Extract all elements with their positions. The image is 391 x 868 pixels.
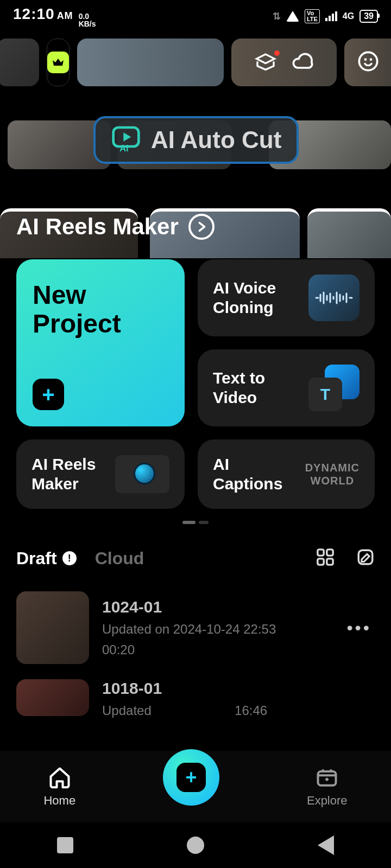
arrow-right-icon	[188, 214, 215, 240]
draft-item[interactable]: 1018-01 Updated 16:46	[16, 672, 375, 726]
card-label: AI Captions	[213, 455, 282, 494]
draft-title: 1024-01	[102, 598, 333, 616]
updown-icon: ⇅	[273, 10, 281, 22]
plus-icon: +	[176, 763, 206, 792]
ai-voice-cloning-card[interactable]: AI Voice Cloning	[198, 259, 375, 336]
cards-grid: New Project + AI Voice Cloning Text to V…	[0, 258, 391, 509]
svg-rect-5	[318, 550, 324, 556]
svg-text:AI: AI	[119, 143, 128, 153]
svg-point-2	[370, 58, 373, 61]
recents-icon[interactable]	[57, 837, 73, 853]
tab-draft[interactable]: Draft !	[16, 548, 77, 569]
wifi-icon	[286, 11, 299, 22]
draft-thumb	[16, 591, 89, 664]
reels-thumb[interactable]	[307, 208, 391, 258]
grid-view-icon[interactable]	[316, 548, 335, 569]
new-project-label: New Project	[33, 281, 121, 339]
reels-title: AI Reels Maker	[16, 214, 179, 240]
svg-rect-7	[318, 559, 324, 565]
tab-cloud[interactable]: Cloud	[95, 548, 144, 569]
template-thumb[interactable]	[77, 39, 224, 86]
nav-create-fab[interactable]: +	[163, 749, 219, 806]
edit-icon[interactable]	[356, 548, 375, 569]
ai-reels-maker-card[interactable]: AI Reels Maker	[16, 439, 185, 509]
network-type: 4G	[343, 11, 354, 21]
reels-header-row: AI Reels Maker	[0, 208, 391, 258]
back-icon[interactable]	[318, 835, 334, 855]
svg-rect-6	[327, 550, 333, 556]
card-label: Text to Video	[213, 368, 265, 407]
status-netspeed: 0.0KB/s	[79, 12, 96, 28]
ai-captions-card[interactable]: AI Captions DYNAMICWORLD	[198, 439, 375, 509]
battery-icon: 39	[360, 10, 378, 23]
volte-icon: Vo LTE	[305, 9, 320, 23]
projects-tabs-row: Draft ! Cloud	[0, 524, 391, 569]
template-strip[interactable]	[0, 33, 391, 87]
svg-point-0	[359, 52, 377, 70]
nav-explore[interactable]: Explore	[307, 765, 348, 808]
draft-item[interactable]: 1024-01 Updated on 2024-10-24 22:53 00:2…	[16, 584, 375, 672]
feature-pill-title: AI Auto Cut	[151, 126, 281, 154]
new-project-card[interactable]: New Project +	[16, 259, 185, 426]
bottom-nav: Home + Explore	[0, 751, 391, 822]
alert-icon: !	[62, 551, 77, 565]
home-icon	[48, 765, 72, 789]
courses-icon[interactable]	[255, 52, 276, 73]
home-button-icon[interactable]	[187, 837, 204, 854]
nav-label: Home	[43, 794, 75, 808]
crown-icon	[47, 52, 69, 73]
captions-thumb-icon: DYNAMICWORLD	[305, 461, 360, 487]
dot-icon	[199, 521, 209, 524]
status-time: 12:10AM	[13, 5, 73, 23]
nav-home[interactable]: Home	[43, 765, 75, 808]
template-thumb[interactable]	[344, 39, 391, 86]
template-thumb-actions[interactable]	[231, 39, 337, 86]
tab-label: Draft	[16, 548, 57, 569]
cloud-icon[interactable]	[292, 52, 313, 73]
signal-icon	[325, 11, 337, 21]
reels-thumb-icon	[115, 455, 169, 493]
nav-label: Explore	[307, 794, 348, 808]
ai-auto-cut-pill[interactable]: AI AI Auto Cut	[93, 116, 299, 164]
explore-icon	[315, 765, 339, 789]
more-icon[interactable]: •••	[346, 618, 375, 638]
feature-banner-row: AI AI Auto Cut	[0, 116, 391, 176]
plus-icon: +	[33, 379, 64, 410]
draft-duration: 00:20	[102, 642, 333, 658]
template-thumb[interactable]	[0, 39, 39, 86]
card-label: AI Voice Cloning	[213, 278, 276, 317]
notification-dot-icon	[274, 50, 280, 56]
profile-icon[interactable]	[357, 50, 379, 72]
voice-thumb-icon	[308, 275, 360, 321]
drafts-list: 1024-01 Updated on 2024-10-24 22:53 00:2…	[0, 569, 391, 726]
pro-badge[interactable]	[47, 39, 70, 86]
draft-updated: Updated 16:46	[102, 703, 375, 718]
ttv-thumb-icon: T	[308, 365, 360, 411]
reels-header-link[interactable]: AI Reels Maker	[16, 214, 215, 240]
ai-play-icon: AI	[111, 124, 141, 156]
draft-updated: Updated on 2024-10-24 22:53	[102, 622, 333, 637]
draft-thumb	[16, 679, 89, 716]
svg-rect-9	[358, 550, 373, 564]
tab-label: Cloud	[95, 548, 144, 569]
android-nav	[0, 822, 391, 868]
dot-active-icon	[182, 521, 195, 524]
card-label: AI Reels Maker	[31, 455, 96, 494]
svg-point-1	[364, 58, 367, 61]
svg-rect-8	[327, 559, 333, 565]
fade-overlay	[0, 718, 391, 751]
status-bar: 12:10AM 0.0KB/s ⇅ Vo LTE 4G 39	[0, 0, 391, 33]
text-to-video-card[interactable]: Text to Video T	[198, 349, 375, 426]
draft-title: 1018-01	[102, 679, 375, 698]
